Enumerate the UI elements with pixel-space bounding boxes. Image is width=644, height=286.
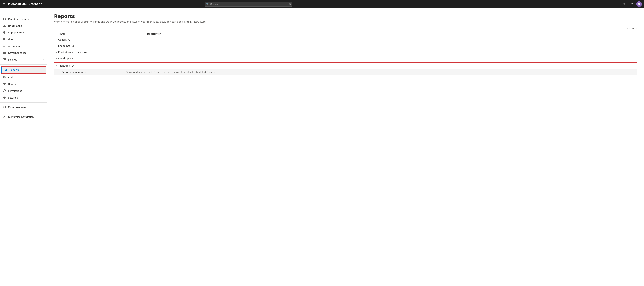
page-subtitle: View information about security trends a… [54, 21, 637, 23]
feedback-button[interactable] [614, 1, 620, 7]
sub-row-description: Download one or more reports, assign rec… [126, 71, 215, 73]
sidebar: ☰ Cloud app catalog OAuth apps App gover… [0, 8, 47, 286]
chevron-right-icon: › [56, 45, 57, 47]
chevron-down-icon: ▾ [43, 59, 44, 61]
document-icon [3, 38, 6, 41]
sidebar-label: Health [8, 83, 44, 86]
shield-icon [3, 31, 6, 34]
group-row-endpoints[interactable]: › Endpoints (8) [54, 43, 637, 49]
app-title: Microsoft 365 Defender [8, 3, 42, 6]
sub-row-name: Reports management [62, 71, 126, 73]
svg-rect-3 [4, 19, 6, 20]
apps-icon[interactable]: ⊞ [2, 2, 6, 7]
svg-rect-2 [3, 19, 4, 20]
sub-row-reports-management: Reports management Download one or more … [54, 69, 637, 75]
chevron-right-icon: › [56, 57, 57, 60]
group-name: Identities (1) [59, 64, 74, 67]
sidebar-item-governance-log[interactable]: Governance log [0, 50, 47, 56]
chart-icon [4, 68, 8, 72]
group-name: Endpoints (8) [58, 45, 74, 47]
sidebar-label: More resources [8, 106, 44, 109]
id-badge-icon [3, 24, 6, 28]
col-description-header: Description [145, 31, 637, 37]
group-identities: ▾ Identities (1) Reports management Down… [54, 62, 637, 75]
policy-icon [3, 58, 6, 61]
help-button[interactable]: ? [629, 1, 635, 7]
sidebar-item-activity-log[interactable]: Activity log [0, 43, 47, 50]
pencil-icon [3, 115, 6, 119]
svg-point-5 [3, 106, 6, 108]
sidebar-label: Reports [10, 69, 43, 71]
sidebar-label: Governance log [8, 52, 44, 54]
svg-rect-1 [4, 18, 6, 19]
sidebar-item-policies[interactable]: Policies ▾ [0, 56, 47, 63]
sidebar-divider-2 [0, 102, 47, 103]
main-content: Reports View information about security … [47, 8, 644, 286]
group-row-email-collab[interactable]: › Email & collaboration (4) [54, 49, 637, 55]
list-alt-icon [3, 51, 6, 55]
sidebar-divider [0, 64, 47, 65]
sidebar-item-more-resources[interactable]: More resources [0, 104, 47, 111]
info-icon [3, 106, 6, 109]
svg-rect-0 [3, 18, 4, 19]
sidebar-label: Permissions [8, 90, 44, 92]
chevron-down-icon: ▾ [56, 65, 58, 67]
gear-icon [3, 96, 6, 99]
key-icon [3, 89, 6, 93]
search-input[interactable] [205, 2, 292, 7]
sidebar-label: Policies [8, 58, 41, 61]
sidebar-item-cloud-app-catalog[interactable]: Cloud app catalog [0, 16, 47, 23]
topbar-right: ? TA [614, 1, 642, 7]
audit-icon [3, 76, 6, 79]
sidebar-label: Cloud app catalog [8, 18, 44, 21]
list-icon [3, 45, 6, 48]
group-name: General (2) [58, 38, 72, 41]
sidebar-item-health[interactable]: Health [0, 81, 47, 88]
heart-icon [3, 82, 6, 86]
sidebar-label: Audit [8, 76, 44, 79]
sidebar-item-permissions[interactable]: Permissions [0, 88, 47, 94]
group-row-general[interactable]: › General (2) [54, 37, 637, 43]
page-title: Reports [54, 14, 637, 19]
sidebar-label: Settings [8, 96, 44, 99]
group-name: Email & collaboration (4) [58, 51, 88, 54]
sidebar-label: Activity log [8, 45, 44, 48]
sidebar-toggle[interactable]: ☰ [0, 8, 47, 16]
svg-rect-4 [5, 70, 7, 71]
group-row-cloud-apps[interactable]: › Cloud Apps (1) [54, 55, 637, 62]
group-row-identities[interactable]: ▾ Identities (1) [54, 63, 637, 69]
clear-search-icon[interactable]: ✕ [289, 3, 291, 6]
reports-table: ▽ Name Description › General (2) › Endpo… [54, 31, 637, 76]
sidebar-label: OAuth apps [8, 25, 44, 27]
col-name-header[interactable]: ▽ Name [54, 31, 145, 37]
sidebar-item-settings[interactable]: Settings [0, 94, 47, 101]
sidebar-item-files[interactable]: Files [0, 36, 47, 43]
settings-button[interactable] [622, 1, 628, 7]
chevron-right-icon: › [56, 39, 57, 41]
sidebar-item-reports[interactable]: Reports [1, 67, 46, 73]
sidebar-label: Files [8, 38, 44, 41]
sidebar-item-audit[interactable]: Audit [0, 74, 47, 81]
sidebar-label: App governance [8, 31, 44, 34]
group-name: Cloud Apps (1) [58, 57, 76, 60]
chevron-right-icon: › [56, 51, 57, 53]
sidebar-item-oauth-apps[interactable]: OAuth apps [0, 23, 47, 29]
grid-icon [3, 18, 6, 21]
sidebar-divider-3 [0, 112, 47, 112]
items-count: 17 items [54, 27, 637, 30]
search-bar: 🔍 ✕ [205, 2, 292, 7]
user-avatar[interactable]: TA [636, 1, 642, 7]
sidebar-item-customize-navigation[interactable]: Customize navigation [0, 114, 47, 120]
sort-chevron-icon: ▽ [56, 33, 58, 35]
sidebar-item-app-governance[interactable]: App governance [0, 29, 47, 36]
topbar: ⊞ Microsoft 365 Defender 🔍 ✕ ? TA [0, 0, 644, 8]
main-layout: ☰ Cloud app catalog OAuth apps App gover… [0, 8, 644, 286]
sidebar-label: Customize navigation [8, 116, 44, 118]
search-icon: 🔍 [206, 3, 209, 6]
